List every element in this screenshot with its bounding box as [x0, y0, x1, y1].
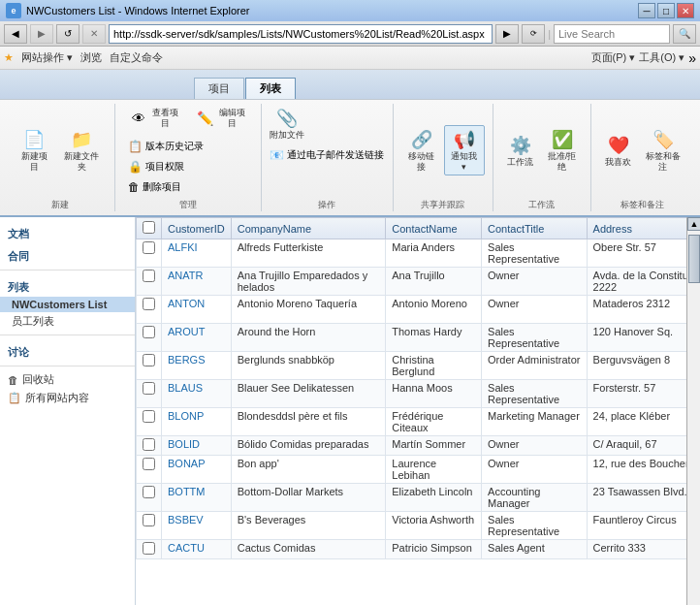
row-checkbox[interactable]: [143, 486, 155, 498]
cell-customerid[interactable]: BSBEV: [162, 512, 232, 540]
sidebar-item-nwcustomers[interactable]: NWCustomers List: [0, 297, 135, 312]
customer-id-link[interactable]: CACTU: [168, 542, 205, 554]
go-button[interactable]: ▶: [495, 24, 519, 44]
row-checkbox[interactable]: [143, 241, 155, 254]
sidebar-section-discuss[interactable]: 讨论: [0, 339, 135, 362]
customer-id-link[interactable]: ANTON: [168, 298, 205, 309]
edit-item-button[interactable]: ✏️ 编辑项目: [190, 104, 253, 133]
cell-customerid[interactable]: AROUT: [162, 324, 232, 352]
cell-customerid[interactable]: CACTU: [162, 540, 232, 559]
like-button[interactable]: ❤️ 我喜欢: [599, 131, 638, 171]
row-checkbox[interactable]: [143, 298, 155, 310]
new-item-button[interactable]: 📄 新建项目: [14, 125, 55, 175]
sidebar-item-recycle[interactable]: 🗑 回收站: [0, 370, 135, 389]
minimize-button[interactable]: ─: [638, 3, 655, 18]
fav-btn1[interactable]: 网站操作 ▾: [21, 50, 73, 65]
search-button[interactable]: 🔍: [673, 24, 696, 44]
row-checkbox-cell[interactable]: [137, 324, 162, 352]
tab-item[interactable]: 项目: [194, 78, 244, 99]
version-history-button[interactable]: 📋 版本历史记录: [123, 137, 208, 156]
row-checkbox-cell[interactable]: [137, 239, 162, 268]
fav-btn3[interactable]: 自定义命令: [110, 50, 163, 65]
customer-id-link[interactable]: BLONP: [168, 410, 204, 422]
cell-customerid[interactable]: BERGS: [162, 352, 232, 380]
row-checkbox[interactable]: [143, 458, 155, 470]
fav-btn2[interactable]: 浏览: [80, 50, 102, 65]
attach-button[interactable]: 📎 附加文件: [265, 104, 309, 143]
sidebar-section-list[interactable]: 列表: [0, 274, 135, 297]
col-companyname[interactable]: CompanyName: [231, 218, 386, 239]
move-link-button[interactable]: 🔗 移动链接: [401, 125, 443, 175]
search-input[interactable]: [554, 24, 670, 44]
row-checkbox[interactable]: [143, 438, 155, 451]
view-item-button[interactable]: 👁 查看项目: [123, 104, 186, 133]
row-checkbox[interactable]: [143, 514, 155, 526]
refresh-btn2[interactable]: ⟳: [522, 24, 545, 44]
col-address[interactable]: Address: [587, 218, 686, 239]
refresh-button[interactable]: ↺: [56, 24, 80, 44]
customer-id-link[interactable]: BSBEV: [168, 514, 204, 525]
row-checkbox-cell[interactable]: [137, 268, 162, 296]
sidebar-item-employees[interactable]: 员工列表: [0, 312, 135, 331]
customer-id-link[interactable]: BLAUS: [168, 382, 203, 394]
select-all-checkbox[interactable]: [143, 221, 155, 234]
customer-id-link[interactable]: AROUT: [168, 326, 206, 337]
tags-button[interactable]: 🏷️ 标签和备注: [640, 125, 686, 175]
row-checkbox-cell[interactable]: [137, 296, 162, 324]
row-checkbox-cell[interactable]: [137, 436, 162, 456]
row-checkbox-cell[interactable]: [137, 484, 162, 512]
back-button[interactable]: ◀: [4, 24, 27, 44]
cell-customerid[interactable]: ALFKI: [162, 239, 232, 268]
send-email-button[interactable]: 📧 通过电子邮件发送链接: [265, 145, 389, 165]
row-checkbox[interactable]: [143, 326, 155, 338]
approve-button[interactable]: ✅ 批准/拒绝: [542, 125, 583, 175]
row-checkbox-cell[interactable]: [137, 380, 162, 408]
row-checkbox-cell[interactable]: [137, 540, 162, 559]
sidebar-item-all-content[interactable]: 📋 所有网站内容: [0, 389, 135, 407]
vertical-scrollbar[interactable]: ▲ ▼: [686, 217, 700, 605]
cell-customerid[interactable]: BOTTM: [162, 484, 232, 512]
vscroll-up[interactable]: ▲: [687, 217, 700, 231]
cell-customerid[interactable]: BLAUS: [162, 380, 232, 408]
page-menu[interactable]: 页面(P) ▾: [591, 50, 636, 65]
maximize-button[interactable]: □: [657, 3, 675, 18]
sidebar-section-contract[interactable]: 合同: [0, 243, 135, 266]
customer-id-link[interactable]: BONAP: [168, 458, 206, 469]
close-button[interactable]: ✕: [677, 3, 694, 18]
tab-list[interactable]: 列表: [245, 78, 296, 99]
col-contacttitle[interactable]: ContactTitle: [482, 218, 588, 239]
customer-id-link[interactable]: BERGS: [168, 354, 206, 366]
col-checkbox[interactable]: [137, 218, 162, 239]
row-checkbox-cell[interactable]: [137, 456, 162, 484]
notify-button[interactable]: 📢 通知我 ▾: [444, 125, 484, 175]
tools-menu[interactable]: 工具(O) ▾: [639, 50, 684, 65]
col-customerid[interactable]: CustomerID: [162, 218, 232, 239]
customer-id-link[interactable]: BOTTM: [168, 486, 206, 497]
cell-customerid[interactable]: ANTON: [162, 296, 232, 324]
customer-id-link[interactable]: ANATR: [168, 270, 203, 281]
customer-id-link[interactable]: BOLID: [168, 438, 200, 450]
workflow-button[interactable]: ⚙️ 工作流: [501, 131, 540, 171]
row-checkbox-cell[interactable]: [137, 352, 162, 380]
cell-customerid[interactable]: BOLID: [162, 436, 232, 456]
stop-button[interactable]: ✕: [82, 24, 106, 44]
row-checkbox[interactable]: [143, 354, 155, 366]
forward-button[interactable]: ▶: [30, 24, 53, 44]
table-container[interactable]: CustomerID CompanyName ContactName Conta…: [136, 217, 686, 605]
row-checkbox[interactable]: [143, 410, 155, 423]
row-checkbox[interactable]: [143, 542, 155, 555]
row-checkbox-cell[interactable]: [137, 512, 162, 540]
sidebar-section-documents[interactable]: 文档: [0, 221, 135, 243]
item-permissions-button[interactable]: 🔒 项目权限: [123, 157, 208, 176]
customer-id-link[interactable]: ALFKI: [168, 241, 198, 253]
delete-item-button[interactable]: 🗑 删除项目: [123, 177, 208, 197]
new-folder-button[interactable]: 📁 新建文件夹: [57, 125, 107, 175]
cell-customerid[interactable]: BLONP: [162, 408, 232, 436]
cell-customerid[interactable]: ANATR: [162, 268, 232, 296]
row-checkbox-cell[interactable]: [137, 408, 162, 436]
col-contactname[interactable]: ContactName: [386, 218, 482, 239]
cell-customerid[interactable]: BONAP: [162, 456, 232, 484]
vscroll-thumb[interactable]: [688, 235, 700, 283]
address-input[interactable]: [109, 24, 493, 44]
row-checkbox[interactable]: [143, 382, 155, 395]
